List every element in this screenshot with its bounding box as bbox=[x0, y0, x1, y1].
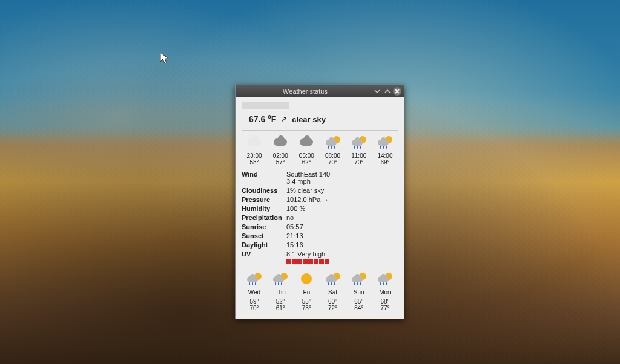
weather-icon bbox=[372, 134, 398, 150]
sunrise-value: 05:57 bbox=[286, 223, 398, 230]
hourly-forecast-item: 14:0069° bbox=[372, 134, 398, 166]
daily-forecast-item: Sun65°84° bbox=[346, 271, 372, 311]
hourly-time: 14:00 bbox=[372, 152, 398, 159]
trend-arrow-icon: ↗ bbox=[281, 115, 287, 123]
hourly-temp: 70° bbox=[320, 159, 346, 166]
daily-forecast-item: Fri55°73° bbox=[294, 271, 319, 311]
daily-day: Mon bbox=[372, 289, 398, 296]
sunset-value: 21:13 bbox=[286, 232, 398, 239]
location-placeholder bbox=[242, 102, 289, 109]
daily-low: 59° bbox=[242, 298, 267, 305]
daily-day: Sun bbox=[346, 289, 372, 296]
daily-forecast-item: Mon68°77° bbox=[372, 271, 398, 311]
uv-label: UV bbox=[242, 250, 286, 264]
daily-low: 52° bbox=[268, 298, 293, 305]
pressure-value: 1012.0 hPa → bbox=[286, 196, 398, 203]
daylight-value: 15:16 bbox=[286, 241, 398, 249]
weather-icon bbox=[346, 134, 372, 150]
daily-day: Wed bbox=[242, 289, 267, 296]
daily-day: Sat bbox=[320, 289, 346, 296]
hourly-time: 05:00 bbox=[294, 152, 319, 159]
uv-text: 8.1 Very high bbox=[286, 250, 325, 258]
humidity-value: 100 % bbox=[286, 205, 398, 212]
weather-icon bbox=[294, 134, 319, 150]
divider bbox=[242, 267, 398, 267]
pressure-label: Pressure bbox=[242, 196, 286, 203]
hourly-temp: 62° bbox=[294, 159, 319, 166]
sunrise-label: Sunrise bbox=[242, 223, 286, 230]
weather-icon bbox=[268, 271, 293, 287]
weather-icon bbox=[242, 134, 267, 150]
hourly-forecast-item: 02:0057° bbox=[268, 134, 293, 166]
collapse-up-button[interactable] bbox=[383, 87, 392, 96]
cloudiness-label: Cloudiness bbox=[242, 187, 286, 194]
hourly-forecast-item: 08:0070° bbox=[320, 134, 346, 166]
cloudiness-value: 1% clear sky bbox=[286, 187, 398, 194]
window-title: Weather status bbox=[239, 88, 371, 95]
hourly-temp: 69° bbox=[372, 159, 398, 166]
window-titlebar[interactable]: Weather status bbox=[236, 85, 404, 97]
humidity-label: Humidity bbox=[242, 205, 286, 212]
daily-forecast-item: Thu52°61° bbox=[268, 271, 293, 311]
daily-day: Fri bbox=[294, 289, 319, 296]
precip-value: no bbox=[286, 214, 398, 221]
hourly-time: 02:00 bbox=[268, 152, 293, 159]
hourly-forecast-item: 05:0062° bbox=[294, 134, 319, 166]
weather-icon bbox=[320, 134, 346, 150]
current-conditions: 67.6 °F ↗ clear sky bbox=[242, 114, 398, 124]
weather-icon bbox=[372, 271, 398, 287]
daily-low: 68° bbox=[372, 298, 398, 305]
hourly-time: 11:00 bbox=[346, 152, 372, 159]
current-desc: clear sky bbox=[292, 115, 326, 124]
divider bbox=[242, 130, 398, 131]
collapse-down-button[interactable] bbox=[372, 87, 381, 96]
daily-low: 60° bbox=[320, 298, 346, 305]
hourly-forecast-item: 23:0058° bbox=[242, 134, 267, 166]
wind-value: SouthEast 140° 3.4 mph bbox=[286, 171, 398, 185]
daily-high: 70° bbox=[242, 305, 267, 311]
daily-low: 55° bbox=[294, 298, 319, 305]
hourly-time: 08:00 bbox=[320, 152, 346, 159]
close-button[interactable] bbox=[393, 87, 401, 96]
daily-high: 84° bbox=[346, 305, 372, 311]
daily-low: 65° bbox=[346, 298, 372, 305]
hourly-temp: 57° bbox=[268, 159, 293, 166]
uv-value: 8.1 Very high bbox=[286, 250, 398, 264]
sunset-label: Sunset bbox=[242, 232, 286, 239]
weather-widget: Weather status 67.6 °F ↗ clear sky 23:00… bbox=[235, 85, 404, 319]
wind-label: Wind bbox=[242, 171, 286, 185]
current-temp: 67.6 °F bbox=[249, 114, 276, 124]
daily-forecast-row: Wed59°70°Thu52°61°Fri55°73°Sat60°72°Sun6… bbox=[242, 271, 398, 311]
daily-forecast-item: Sat60°72° bbox=[320, 271, 346, 311]
daily-high: 73° bbox=[294, 305, 319, 311]
weather-icon bbox=[294, 271, 319, 287]
uv-index-icon bbox=[286, 259, 398, 264]
hourly-temp: 70° bbox=[346, 159, 372, 166]
precip-label: Precipitation bbox=[242, 214, 286, 221]
daily-day: Thu bbox=[268, 289, 293, 296]
daily-forecast-item: Wed59°70° bbox=[242, 271, 267, 311]
weather-icon bbox=[242, 271, 267, 287]
daily-high: 72° bbox=[320, 305, 346, 311]
details-section: WindSouthEast 140° 3.4 mph Cloudiness1% … bbox=[242, 169, 398, 264]
hourly-temp: 58° bbox=[242, 159, 267, 166]
daylight-label: Daylight bbox=[242, 241, 286, 249]
hourly-forecast-item: 11:0070° bbox=[346, 134, 372, 166]
weather-icon bbox=[320, 271, 346, 287]
weather-icon bbox=[268, 134, 293, 150]
hourly-forecast-row: 23:0058°02:0057°05:0062°08:0070°11:0070°… bbox=[242, 134, 398, 166]
daily-high: 77° bbox=[372, 305, 398, 311]
weather-icon bbox=[346, 271, 372, 287]
hourly-time: 23:00 bbox=[242, 152, 267, 159]
daily-high: 61° bbox=[268, 305, 293, 311]
